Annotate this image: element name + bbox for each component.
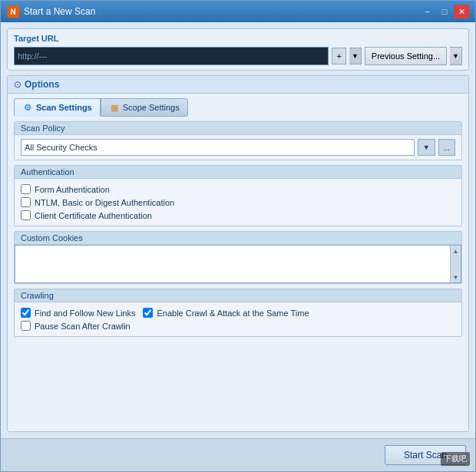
custom-cookies-header: Custom Cookies [15,232,461,245]
prev-settings-button[interactable]: Previous Setting... [365,47,447,65]
find-follow-label: Find and Follow New Links [35,309,135,318]
target-url-title: Target URL [14,34,462,43]
maximize-button[interactable]: □ [437,5,452,18]
scrollbar-up-arrow[interactable]: ▲ [451,246,461,256]
scan-policy-subsection: Scan Policy All Security Checks ▼ ... [14,121,462,160]
client-cert-row: Client Certificate Authentication [21,209,455,222]
url-dropdown-button[interactable]: ▼ [349,48,362,64]
pause-scan-checkbox[interactable] [21,321,31,331]
enable-crawl-label: Enable Crawl & Attack at the Same Time [157,309,309,318]
pause-scan-row: Pause Scan After Crawlin [21,319,455,332]
options-header: ⊙ Options [8,76,468,94]
window-content: Target URL + ▼ Previous Setting... ▼ ⊙ O… [1,22,475,438]
custom-cookies-scrollbar: ▲ ▼ [450,246,461,282]
options-section: ⊙ Options ⚙ Scan Settings ▦ Scope Settin… [7,75,469,432]
watermark: 下载吧 [441,452,470,466]
policy-more-button[interactable]: ... [438,139,455,156]
title-bar: N Start a New Scan − □ ✕ [1,1,475,22]
custom-cookies-textarea[interactable] [15,246,450,282]
custom-cookies-textarea-wrapper: ▲ ▼ [15,245,461,283]
pause-scan-label: Pause Scan After Crawlin [35,322,131,331]
policy-dropdown-button[interactable]: ▼ [418,139,435,156]
authentication-body: Form Authentication NTLM, Basic or Diges… [15,179,461,226]
crawling-inline-row-1: Find and Follow New Links Enable Crawl &… [21,306,455,319]
tabs-row: ⚙ Scan Settings ▦ Scope Settings [14,98,462,117]
prev-settings-dropdown-button[interactable]: ▼ [450,47,462,65]
authentication-header: Authentication [15,166,461,179]
tab-scope-settings[interactable]: ▦ Scope Settings [101,98,188,117]
url-input-wrapper [14,47,329,65]
crawling-subsection: Crawling Find and Follow New Links Enabl… [14,289,462,337]
scrollbar-down-arrow[interactable]: ▼ [451,272,461,282]
tab-scope-settings-label: Scope Settings [123,103,180,112]
form-auth-checkbox[interactable] [21,184,31,194]
options-label: Options [25,79,59,90]
minimize-button[interactable]: − [420,5,435,18]
custom-cookies-body: ▲ ▼ [15,245,461,283]
app-icon: N [7,5,19,18]
footer-bar: Start Scan [1,438,475,471]
scan-policy-body: All Security Checks ▼ ... [15,135,461,160]
form-auth-row: Form Authentication [21,183,455,196]
ntlm-auth-row: NTLM, Basic or Digest Authentication [21,196,455,209]
find-follow-checkbox[interactable] [21,308,31,318]
enable-crawl-row: Enable Crawl & Attack at the Same Time [143,306,309,319]
scan-policy-header: Scan Policy [15,122,461,135]
form-auth-label: Form Authentication [35,185,110,194]
main-window: N Start a New Scan − □ ✕ Target URL + ▼ … [0,0,476,472]
target-url-row: + ▼ Previous Setting... ▼ [14,47,462,65]
custom-cookies-subsection: Custom Cookies ▲ ▼ [14,231,462,284]
enable-crawl-checkbox[interactable] [143,308,153,318]
find-follow-row: Find and Follow New Links [21,306,135,319]
options-toggle-icon[interactable]: ⊙ [14,79,21,90]
window-title: Start a New Scan [24,6,420,17]
crawling-body: Find and Follow New Links Enable Crawl &… [15,302,461,336]
crawling-header: Crawling [15,289,461,302]
target-url-section: Target URL + ▼ Previous Setting... ▼ [7,28,469,71]
tab-scan-settings-label: Scan Settings [36,103,92,112]
options-body: ⚙ Scan Settings ▦ Scope Settings Scan Po… [8,94,468,431]
url-add-button[interactable]: + [332,48,345,64]
close-button[interactable]: ✕ [454,5,469,18]
url-input[interactable] [18,51,325,61]
authentication-subsection: Authentication Form Authentication NTLM,… [14,165,462,226]
client-cert-label: Client Certificate Authentication [35,211,152,220]
scan-settings-icon: ⚙ [22,102,33,113]
scope-settings-icon: ▦ [109,102,120,113]
ntlm-auth-checkbox[interactable] [21,197,31,207]
scan-policy-select[interactable]: All Security Checks [21,139,415,156]
client-cert-checkbox[interactable] [21,210,31,220]
ntlm-auth-label: NTLM, Basic or Digest Authentication [35,198,174,207]
window-controls: − □ ✕ [420,5,469,18]
scan-policy-row: All Security Checks ▼ ... [21,139,455,156]
tab-scan-settings[interactable]: ⚙ Scan Settings [14,98,101,117]
